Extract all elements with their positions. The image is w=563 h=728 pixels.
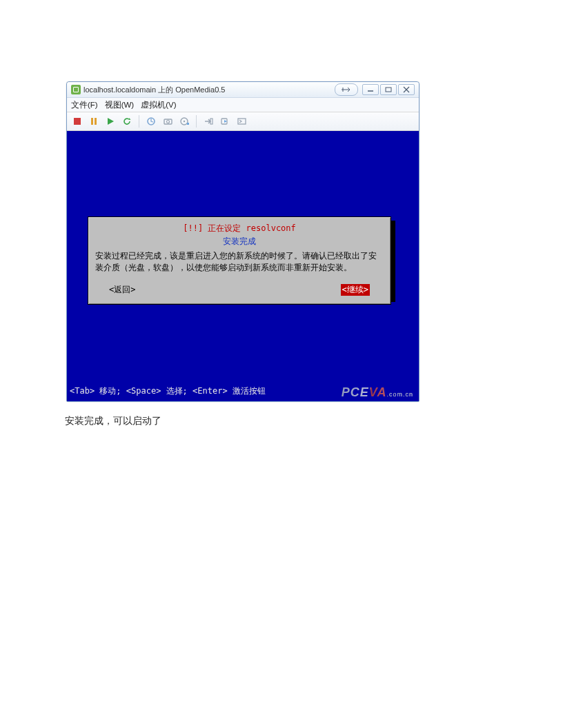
svg-rect-0: [386, 88, 391, 92]
vm-console[interactable]: [!!] 正在设定 resolvconf 安装完成 安装过程已经完成，该是重启进…: [67, 131, 419, 401]
maximize-button[interactable]: [380, 84, 397, 95]
dialog-body: 安装过程已经完成，该是重启进入您的新系统的时候了。请确认已经取出了安装介质（光盘…: [95, 250, 384, 274]
caption-text: 安装完成，可以启动了: [65, 415, 161, 427]
pause-icon[interactable]: [88, 115, 100, 128]
svg-rect-11: [187, 123, 189, 125]
titlebar[interactable]: localhost.localdomain 上的 OpenMedia0.5: [67, 82, 419, 98]
menu-vm[interactable]: 虚拟机(V): [141, 100, 176, 110]
svg-rect-3: [95, 118, 97, 125]
play-icon[interactable]: [104, 115, 117, 128]
window-title: localhost.localdomain 上的 OpenMedia0.5: [83, 85, 225, 95]
installer-dialog: [!!] 正在设定 resolvconf 安装完成 安装过程已经完成，该是重启进…: [88, 216, 391, 305]
stop-icon[interactable]: [71, 115, 83, 128]
svg-rect-2: [91, 118, 93, 125]
dialog-actions: <返回> <继续>: [95, 284, 384, 296]
vm-window: localhost.localdomain 上的 OpenMedia0.5 文件…: [66, 81, 419, 402]
svg-marker-4: [108, 118, 114, 125]
menubar: 文件(F) 视图(W) 虚拟机(V): [67, 98, 419, 112]
minimize-button[interactable]: [362, 84, 379, 95]
svg-point-8: [166, 121, 169, 123]
snapshot-icon[interactable]: [145, 115, 157, 128]
dialog-subtitle: 安装完成: [95, 236, 384, 247]
watermark: PCEVA.com.cn: [342, 385, 413, 400]
fullscreen-icon[interactable]: [235, 115, 248, 128]
menu-view[interactable]: 视图(W): [105, 100, 135, 110]
menu-file[interactable]: 文件(F): [71, 100, 98, 110]
grab-icon[interactable]: [202, 115, 215, 128]
continue-button[interactable]: <继续>: [341, 284, 370, 296]
refresh-icon[interactable]: [121, 115, 133, 128]
watermark-main: PCEVA: [342, 385, 387, 399]
dialog-title: [!!] 正在设定 resolvconf: [95, 223, 384, 234]
cdrom-icon[interactable]: [178, 115, 190, 128]
svg-rect-1: [74, 118, 81, 125]
key-hint-bar: <Tab> 移动; <Space> 选择; <Enter> 激活按钮: [70, 385, 266, 397]
toolbar: [67, 112, 419, 131]
screenshot-icon[interactable]: [161, 115, 174, 128]
window-controls: [335, 83, 415, 96]
svg-rect-12: [210, 119, 213, 124]
usb-devices-button[interactable]: [335, 83, 358, 96]
send-cad-icon[interactable]: [219, 115, 231, 128]
svg-point-10: [183, 121, 184, 122]
close-button[interactable]: [398, 84, 415, 95]
watermark-tail: .com.cn: [386, 391, 413, 398]
back-button[interactable]: <返回>: [109, 284, 135, 296]
app-icon: [71, 85, 81, 94]
toolbar-sep: [139, 115, 139, 128]
toolbar-sep-2: [196, 115, 197, 128]
svg-marker-5: [129, 118, 131, 120]
